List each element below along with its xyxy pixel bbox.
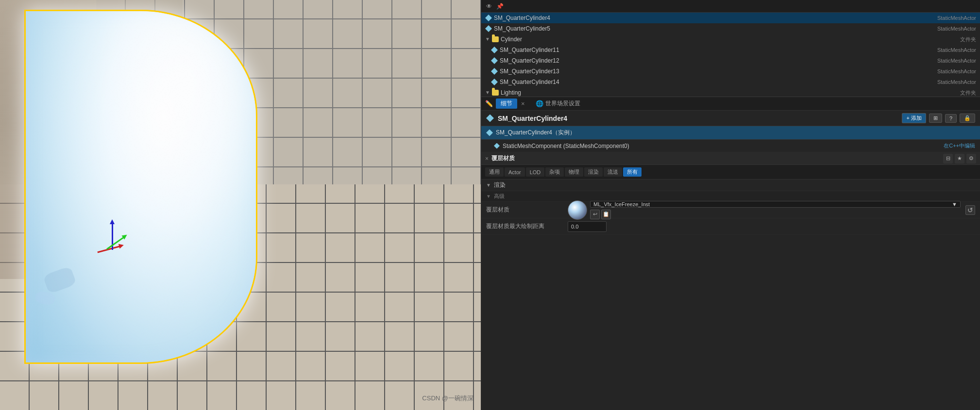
eye-icon[interactable]: 👁 — [485, 2, 493, 10]
overlay-max-distance-prop-row: 覆层材质最大绘制距离 — [481, 218, 980, 235]
section-end-icons: ⊟ ★ ⚙ — [943, 154, 976, 164]
outliner-item-cylinder[interactable]: ▼ Cylinder 文件夹 — [481, 34, 980, 45]
render-subsection-header[interactable]: ▼ 渲染 — [481, 180, 980, 191]
section-grid-btn[interactable]: ⊟ — [943, 154, 953, 164]
folder-icon-lighting — [492, 90, 499, 96]
filter-tab-physics[interactable]: 物理 — [565, 167, 583, 177]
cpp-edit-button[interactable]: 在C++中编辑 — [944, 142, 975, 149]
render-arrow-icon: ▼ — [486, 182, 491, 188]
right-panel: 👁 📌 SM_QuarterCylinder4 StaticMeshActor … — [481, 0, 980, 410]
item-type-sm11: StaticMeshActor — [937, 47, 976, 53]
mesh-icon-sm12 — [491, 57, 498, 64]
overlay-max-distance-input[interactable] — [568, 221, 607, 232]
outliner-item-sm11[interactable]: SM_QuarterCylinder11 StaticMeshActor — [481, 45, 980, 55]
details-panel: ✏️ 细节 × 🌐 世界场景设置 SM_QuarterCylinder4 + 添… — [481, 97, 980, 410]
outliner-item-lighting[interactable]: ▼ Lighting 文件夹 — [481, 87, 980, 97]
transform-gizmo[interactable] — [97, 226, 131, 260]
outliner-panel: 👁 📌 SM_QuarterCylinder4 StaticMeshActor … — [481, 0, 980, 97]
outliner-header: 👁 📌 — [481, 0, 980, 13]
lock-button[interactable]: 🔒 — [960, 114, 975, 123]
filter-tab-render[interactable]: 渲染 — [584, 167, 603, 177]
item-label-sm5: SM_QuarterCylinder5 — [494, 25, 937, 32]
material-copy-btn[interactable]: 📋 — [601, 210, 611, 219]
pin-icon[interactable]: 📌 — [496, 2, 504, 10]
selection-border — [24, 10, 26, 364]
item-type-sm13: StaticMeshActor — [937, 68, 976, 74]
help-button[interactable]: ? — [945, 114, 957, 123]
advanced-title: 高级 — [494, 193, 505, 200]
tab-details[interactable]: 细节 — [496, 98, 517, 109]
overlay-material-prop-row: 覆层材质 ML_Vfx_IceFreeze_Inst ▼ ↩ 📋 ↺ — [481, 202, 980, 218]
item-label-sm12: SM_QuarterCylinder12 — [500, 57, 937, 64]
component-label: StaticMeshComponent (StaticMeshComponent… — [503, 143, 629, 149]
viewport-panel: CSDN @一碗情深 — [0, 0, 481, 410]
item-label-lighting: Lighting — [501, 89, 960, 96]
advanced-arrow-icon: ▼ — [486, 194, 491, 199]
material-name: ML_Vfx_IceFreeze_Inst — [593, 201, 650, 207]
outliner-item-sm13[interactable]: SM_QuarterCylinder13 StaticMeshActor — [481, 66, 980, 77]
material-reset-btn[interactable]: ↩ — [590, 210, 600, 219]
watermark: CSDN @一碗情深 — [422, 394, 473, 403]
mesh-icon-sm5 — [485, 25, 492, 32]
item-label-sm13: SM_QuarterCylinder13 — [500, 68, 937, 75]
quarter-cylinder-object[interactable] — [24, 10, 257, 364]
outliner-list: SM_QuarterCylinder4 StaticMeshActor SM_Q… — [481, 13, 980, 97]
mesh-icon-sm14 — [491, 79, 498, 85]
overlay-material-section[interactable]: × 覆层材质 ⊟ ★ ⚙ — [481, 152, 980, 165]
item-type-cylinder: 文件夹 — [960, 36, 976, 43]
dropdown-arrow-icon: ▼ — [952, 201, 957, 207]
filter-tab-lod[interactable]: LOD — [526, 167, 545, 177]
add-component-button[interactable]: + 添加 — [902, 113, 926, 123]
item-type-sm4: StaticMeshActor — [937, 15, 976, 21]
globe-icon: 🌐 — [536, 100, 543, 107]
item-label-sm11: SM_QuarterCylinder11 — [500, 47, 937, 53]
outliner-item-sm12[interactable]: SM_QuarterCylinder12 StaticMeshActor — [481, 55, 980, 66]
section-close-btn[interactable]: × — [485, 155, 489, 162]
overlay-material-label: 覆层材质 — [486, 206, 564, 214]
mesh-icon-sm11 — [491, 47, 498, 53]
folder-icon-cylinder — [492, 36, 499, 42]
filter-tab-stream[interactable]: 流送 — [604, 167, 622, 177]
section-gear-btn[interactable]: ⚙ — [966, 154, 976, 164]
outliner-item-sm5[interactable]: SM_QuarterCylinder5 StaticMeshActor — [481, 23, 980, 34]
grid-view-button[interactable]: ⊞ — [929, 114, 942, 123]
outliner-item-sm14[interactable]: SM_QuarterCylinder14 StaticMeshActor — [481, 77, 980, 87]
instance-icon — [486, 130, 493, 136]
filter-tab-all[interactable]: 所有 — [623, 167, 642, 177]
material-actions: ↩ 📋 — [590, 210, 961, 219]
material-dropdown[interactable]: ML_Vfx_IceFreeze_Inst ▼ — [590, 201, 961, 208]
properties-scroll-area[interactable]: ▼ 渲染 ▼ 高级 覆层材质 ML_Vfx_IceFreeze_Inst ▼ — [481, 180, 980, 410]
instance-row[interactable]: SM_QuarterCylinder4（实例） — [481, 126, 980, 140]
filter-tab-actor[interactable]: Actor — [505, 167, 525, 177]
undo-material-btn[interactable]: ↺ — [965, 205, 975, 215]
instance-label: SM_QuarterCylinder4（实例） — [496, 129, 575, 137]
item-type-lighting: 文件夹 — [960, 89, 976, 97]
item-label-sm14: SM_QuarterCylinder14 — [500, 79, 937, 85]
tab-close-btn[interactable]: × — [519, 100, 527, 107]
item-type-sm14: StaticMeshActor — [937, 79, 976, 85]
mesh-icon-sm4 — [485, 15, 492, 21]
item-type-sm5: StaticMeshActor — [937, 26, 976, 32]
filter-tab-misc[interactable]: 杂项 — [545, 167, 564, 177]
folder-toggle-cylinder[interactable]: ▼ — [485, 36, 491, 42]
filter-tab-general[interactable]: 通用 — [485, 167, 504, 177]
overlay-max-distance-value — [568, 221, 975, 232]
overlay-material-value: ML_Vfx_IceFreeze_Inst ▼ ↩ 📋 ↺ — [568, 200, 975, 220]
folder-toggle-lighting[interactable]: ▼ — [485, 90, 491, 96]
outliner-item-sm4[interactable]: SM_QuarterCylinder4 StaticMeshActor — [481, 13, 980, 23]
mesh-icon-sm13 — [491, 68, 498, 75]
filter-tabs: 通用 Actor LOD 杂项 物理 渲染 流送 所有 — [485, 167, 976, 177]
component-title-text: SM_QuarterCylinder4 — [498, 115, 567, 122]
pencil-icon: ✏️ — [485, 100, 493, 107]
item-label-sm4: SM_QuarterCylinder4 — [494, 15, 937, 21]
section-star-btn[interactable]: ★ — [955, 154, 964, 164]
material-preview-sphere — [568, 200, 587, 220]
details-tab-bar: ✏️ 细节 × 🌐 世界场景设置 — [481, 97, 980, 111]
overlay-max-distance-label: 覆层材质最大绘制距离 — [486, 222, 564, 230]
component-row[interactable]: StaticMeshComponent (StaticMeshComponent… — [481, 140, 980, 152]
section-title: 覆层材质 — [491, 154, 515, 163]
component-title-bar: SM_QuarterCylinder4 + 添加 ⊞ ? 🔒 — [481, 111, 980, 126]
component-icon — [494, 143, 500, 149]
filter-tab-bar: 通用 Actor LOD 杂项 物理 渲染 流送 所有 — [481, 165, 980, 180]
tab-world-settings[interactable]: 世界场景设置 — [545, 99, 580, 108]
